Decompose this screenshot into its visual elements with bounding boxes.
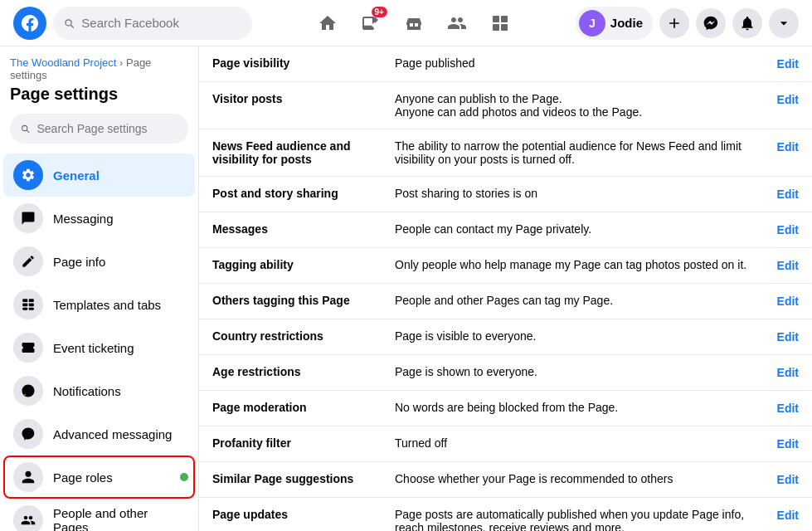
sidebar-item-label: Messaging bbox=[53, 212, 114, 226]
sidebar-item-label: Notifications bbox=[53, 384, 121, 398]
table-row: Country restrictionsPage is visible to e… bbox=[199, 319, 812, 355]
page-manager-button[interactable] bbox=[480, 3, 520, 43]
edit-cell: Edit bbox=[762, 355, 812, 391]
search-icon bbox=[63, 17, 75, 30]
edit-cell: Edit bbox=[762, 129, 812, 177]
edit-cell: Edit bbox=[762, 82, 812, 129]
page-info-icon bbox=[13, 246, 43, 276]
table-row: Age restrictionsPage is shown to everyon… bbox=[199, 355, 812, 391]
svg-rect-6 bbox=[22, 299, 27, 302]
people-pages-icon bbox=[13, 505, 43, 531]
event-ticketing-icon bbox=[13, 333, 43, 363]
svg-rect-1 bbox=[501, 16, 508, 22]
user-pill[interactable]: J Jodie bbox=[576, 7, 653, 40]
svg-rect-0 bbox=[493, 16, 499, 22]
sidebar: The Woodland Project › Page settings Pag… bbox=[0, 46, 199, 531]
sidebar-item-event-ticketing[interactable]: Event ticketing bbox=[3, 326, 195, 369]
facebook-logo[interactable] bbox=[13, 7, 46, 40]
edit-button[interactable]: Edit bbox=[777, 259, 799, 272]
setting-value: The ability to narrow the potential audi… bbox=[382, 129, 762, 177]
sidebar-item-label: People and other Pages bbox=[53, 506, 185, 531]
notifications-button[interactable] bbox=[732, 8, 762, 38]
breadcrumb: The Woodland Project › Page settings bbox=[0, 56, 198, 85]
setting-value: People and other Pages can tag my Page. bbox=[382, 284, 762, 319]
sidebar-search[interactable] bbox=[10, 114, 188, 144]
content-area: Page visibilityPage publishedEditVisitor… bbox=[199, 46, 812, 531]
edit-cell: Edit bbox=[762, 319, 812, 355]
svg-rect-10 bbox=[22, 308, 27, 310]
templates-icon bbox=[13, 290, 43, 319]
table-row: Page moderationNo words are being blocke… bbox=[199, 391, 812, 426]
edit-cell: Edit bbox=[762, 46, 812, 82]
edit-button[interactable]: Edit bbox=[777, 93, 799, 106]
svg-rect-9 bbox=[29, 304, 34, 307]
sidebar-item-notifications[interactable]: Notifications bbox=[3, 369, 195, 412]
sidebar-item-label: Page roles bbox=[53, 470, 113, 485]
add-button[interactable] bbox=[659, 8, 689, 38]
sidebar-item-advanced-messaging[interactable]: Advanced messaging bbox=[3, 412, 195, 455]
setting-name: Profanity filter bbox=[199, 426, 382, 462]
edit-button[interactable]: Edit bbox=[777, 330, 799, 343]
setting-name: Page visibility bbox=[199, 46, 382, 82]
edit-button[interactable]: Edit bbox=[777, 188, 799, 201]
setting-value: People can contact my Page privately. bbox=[382, 212, 762, 248]
edit-cell: Edit bbox=[762, 212, 812, 248]
setting-name: Page moderation bbox=[199, 391, 382, 426]
edit-button[interactable]: Edit bbox=[777, 509, 799, 522]
setting-value: Choose whether your Page is recommended … bbox=[382, 462, 762, 498]
table-row: Visitor postsAnyone can publish to the P… bbox=[199, 82, 812, 129]
home-button[interactable] bbox=[308, 3, 348, 43]
search-input[interactable] bbox=[81, 16, 242, 30]
setting-name: Others tagging this Page bbox=[199, 284, 382, 319]
table-row: Post and story sharingPost sharing to st… bbox=[199, 177, 812, 212]
edit-cell: Edit bbox=[762, 391, 812, 426]
setting-name: Similar Page suggestions bbox=[199, 462, 382, 498]
edit-button[interactable]: Edit bbox=[777, 437, 799, 451]
search-bar[interactable] bbox=[53, 7, 252, 40]
sidebar-item-people-pages[interactable]: People and other Pages bbox=[3, 499, 195, 531]
store-button[interactable] bbox=[394, 3, 434, 43]
edit-button[interactable]: Edit bbox=[777, 140, 799, 153]
messenger-button[interactable] bbox=[696, 8, 726, 38]
groups-button[interactable] bbox=[437, 3, 477, 43]
edit-button[interactable]: Edit bbox=[777, 223, 799, 236]
edit-button[interactable]: Edit bbox=[777, 402, 799, 415]
edit-button[interactable]: Edit bbox=[777, 473, 799, 486]
svg-text:J: J bbox=[589, 17, 596, 30]
nav-right: J Jodie bbox=[576, 7, 799, 40]
sidebar-item-messaging[interactable]: Messaging bbox=[3, 197, 195, 240]
edit-button[interactable]: Edit bbox=[777, 295, 799, 308]
sidebar-item-general[interactable]: General bbox=[3, 153, 195, 197]
sidebar-item-page-info[interactable]: Page info bbox=[3, 240, 195, 283]
table-row: Page updatesPage posts are automatically… bbox=[199, 498, 812, 532]
setting-value: No words are being blocked from the Page… bbox=[382, 391, 762, 426]
edit-button[interactable]: Edit bbox=[777, 366, 799, 379]
table-row: Others tagging this PagePeople and other… bbox=[199, 284, 812, 319]
settings-table: Page visibilityPage publishedEditVisitor… bbox=[199, 46, 812, 531]
sidebar-item-page-roles[interactable]: Page roles bbox=[3, 455, 195, 499]
sidebar-item-templates[interactable]: Templates and tabs bbox=[3, 283, 195, 326]
video-button[interactable]: 9+ bbox=[351, 3, 391, 43]
setting-value: Post sharing to stories is on bbox=[382, 177, 762, 212]
sidebar-item-label: Event ticketing bbox=[53, 341, 134, 355]
edit-button[interactable]: Edit bbox=[777, 57, 799, 71]
general-icon bbox=[13, 160, 43, 190]
advanced-messaging-icon bbox=[13, 419, 43, 449]
sidebar-search-icon bbox=[20, 123, 31, 134]
edit-cell: Edit bbox=[762, 177, 812, 212]
status-dot bbox=[180, 473, 188, 481]
svg-rect-2 bbox=[493, 24, 499, 31]
nav-center: 9+ bbox=[259, 3, 569, 43]
table-row: Tagging abilityOnly people who help mana… bbox=[199, 248, 812, 284]
setting-name: Page updates bbox=[199, 498, 382, 532]
messaging-icon bbox=[13, 203, 43, 233]
setting-value: Turned off bbox=[382, 426, 762, 462]
svg-rect-11 bbox=[29, 308, 34, 310]
svg-rect-8 bbox=[22, 304, 27, 307]
breadcrumb-parent[interactable]: The Woodland Project bbox=[10, 56, 116, 69]
notifications-icon bbox=[13, 376, 43, 406]
sidebar-search-input[interactable] bbox=[37, 122, 179, 135]
chevron-down-button[interactable] bbox=[769, 8, 799, 38]
setting-name: Post and story sharing bbox=[199, 177, 382, 212]
table-row: MessagesPeople can contact my Page priva… bbox=[199, 212, 812, 248]
